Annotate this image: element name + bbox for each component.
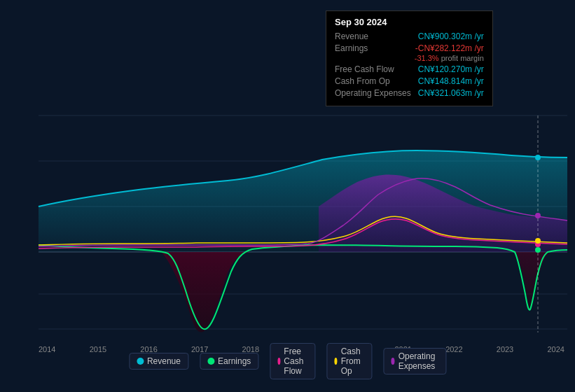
profit-margin-value: -31.3% [415,54,439,62]
tooltip-row-opex: Operating Expenses CN¥321.063m /yr [335,88,484,98]
legend-dot-fcf [277,358,280,365]
legend-dot-revenue [137,358,144,365]
profit-margin-label: profit margin [441,54,484,62]
legend-item-cashfromop[interactable]: Cash From Op [326,343,372,379]
legend-dot-earnings [207,358,214,365]
tooltip-label-fcf: Free Cash Flow [335,64,394,74]
tooltip-value-cashfromop: CN¥148.814m /yr [418,76,484,86]
legend-item-revenue[interactable]: Revenue [129,353,188,370]
legend-item-earnings[interactable]: Earnings [200,353,258,370]
tooltip-box: Sep 30 2024 Revenue CN¥900.302m /yr Earn… [326,10,493,106]
svg-point-13 [535,213,541,218]
tooltip-label-opex: Operating Expenses [335,88,411,98]
tooltip-value-earnings: -CN¥282.122m /yr [415,43,484,53]
tooltip-value-revenue: CN¥900.302m /yr [418,31,484,41]
x-label-2014: 2014 [39,345,55,354]
legend-label-earnings: Earnings [218,356,251,366]
tooltip-label-cashfromop: Cash From Op [335,76,390,86]
tooltip-label-earnings: Earnings [335,43,368,53]
legend-dot-opex [391,358,394,365]
legend-item-fcf[interactable]: Free Cash Flow [270,343,315,379]
svg-point-9 [535,155,541,160]
tooltip-row-earnings: Earnings -CN¥282.122m /yr [335,43,484,53]
legend-label-fcf: Free Cash Flow [284,346,307,376]
tooltip-title: Sep 30 2024 [335,17,484,27]
svg-point-12 [535,238,541,244]
tooltip-label-revenue: Revenue [335,31,368,41]
legend-label-revenue: Revenue [147,356,181,366]
tooltip-row-fcf: Free Cash Flow CN¥120.270m /yr [335,64,484,74]
chart-legend: Revenue Earnings Free Cash Flow Cash Fro… [129,343,446,379]
legend-item-opex[interactable]: Operating Expenses [383,348,446,374]
svg-point-10 [535,247,541,253]
tooltip-row-revenue: Revenue CN¥900.302m /yr [335,31,484,41]
tooltip-value-fcf: CN¥120.270m /yr [418,64,484,74]
legend-label-opex: Operating Expenses [399,351,438,371]
x-label-2023: 2023 [497,345,513,354]
legend-dot-cashfromop [334,358,337,365]
x-label-2022: 2022 [445,345,462,354]
x-label-2024: 2024 [547,345,564,354]
profit-margin-row: -31.3% profit margin [335,54,484,62]
chart-container: Sep 30 2024 Revenue CN¥900.302m /yr Earn… [0,0,575,392]
tooltip-row-cashfromop: Cash From Op CN¥148.814m /yr [335,76,484,86]
x-label-2015: 2015 [90,345,106,354]
tooltip-value-opex: CN¥321.063m /yr [418,88,484,98]
legend-label-cashfromop: Cash From Op [341,346,365,376]
